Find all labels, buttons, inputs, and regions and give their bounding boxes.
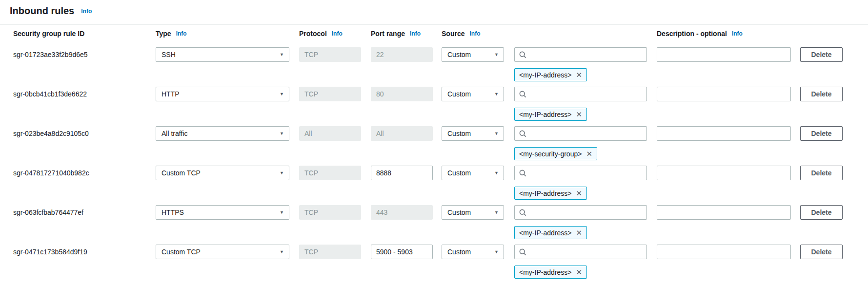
- type-select[interactable]: Custom TCP ▼: [156, 245, 289, 259]
- rule-row: sgr-01723ae33f2b9d6e5 SSH ▼ Custom ▼ Del…: [0, 47, 868, 82]
- chevron-down-icon: ▼: [280, 132, 284, 136]
- table-header-row: Security group rule ID Type Info Protoco…: [0, 30, 868, 39]
- description-input[interactable]: [657, 205, 791, 220]
- chevron-down-icon: ▼: [280, 53, 284, 57]
- source-search-box[interactable]: [514, 245, 647, 259]
- delete-rule-button[interactable]: Delete: [800, 245, 843, 259]
- source-type-select[interactable]: Custom ▼: [442, 245, 504, 259]
- description-info-link[interactable]: Info: [732, 30, 743, 37]
- rule-id-text: sgr-047817271040b982c: [13, 166, 89, 180]
- source-search-input[interactable]: [530, 248, 642, 256]
- source-token: <my-IP-address> ✕: [514, 266, 587, 279]
- column-header-description: Description - optional Info: [657, 30, 791, 38]
- protocol-input: [299, 126, 361, 141]
- type-select[interactable]: Custom TCP ▼: [156, 166, 289, 180]
- protocol-info-link[interactable]: Info: [332, 30, 343, 37]
- source-type-select[interactable]: Custom ▼: [442, 87, 504, 101]
- source-type-select[interactable]: Custom ▼: [442, 126, 504, 141]
- chevron-down-icon: ▼: [280, 92, 284, 96]
- source-search-input[interactable]: [530, 169, 642, 177]
- delete-rule-button[interactable]: Delete: [800, 126, 843, 141]
- source-select-value: Custom: [447, 169, 471, 177]
- source-token-label: <my-security-group>: [519, 150, 582, 158]
- search-icon: [519, 130, 526, 137]
- chevron-down-icon: ▼: [494, 132, 499, 136]
- chevron-down-icon: ▼: [494, 210, 499, 215]
- source-search-box[interactable]: [514, 87, 647, 101]
- type-select[interactable]: HTTP ▼: [156, 87, 289, 101]
- source-search-box[interactable]: [514, 205, 647, 220]
- source-token-label: <my-IP-address>: [519, 229, 571, 237]
- delete-rule-button[interactable]: Delete: [800, 205, 843, 220]
- type-select-value: HTTP: [161, 90, 180, 98]
- type-select[interactable]: SSH ▼: [156, 47, 289, 62]
- type-select-value: Custom TCP: [161, 248, 201, 256]
- remove-token-icon[interactable]: ✕: [576, 111, 582, 118]
- port-range-input: [371, 47, 433, 62]
- source-search-input[interactable]: [530, 209, 642, 216]
- protocol-input: [299, 87, 361, 101]
- column-label-type: Type: [156, 30, 171, 38]
- source-token: <my-IP-address> ✕: [514, 68, 587, 81]
- port-range-input: [371, 126, 433, 141]
- chevron-down-icon: ▼: [494, 92, 499, 96]
- source-select-value: Custom: [447, 130, 471, 137]
- protocol-input: [299, 166, 361, 180]
- page-title: Inbound rules: [10, 5, 74, 17]
- source-info-link[interactable]: Info: [469, 30, 480, 37]
- delete-rule-button[interactable]: Delete: [800, 87, 843, 101]
- description-input[interactable]: [657, 47, 791, 62]
- chevron-down-icon: ▼: [494, 250, 499, 254]
- delete-rule-button[interactable]: Delete: [800, 47, 843, 62]
- port-range-input[interactable]: [371, 166, 433, 180]
- source-search-box[interactable]: [514, 166, 647, 180]
- chevron-down-icon: ▼: [280, 210, 284, 215]
- port-range-info-link[interactable]: Info: [410, 30, 421, 37]
- source-token: <my-IP-address> ✕: [514, 108, 587, 121]
- protocol-input: [299, 205, 361, 220]
- column-header-port-range: Port range Info: [371, 30, 433, 38]
- type-select[interactable]: All traffic ▼: [156, 126, 289, 141]
- port-range-input: [371, 87, 433, 101]
- source-type-select[interactable]: Custom ▼: [442, 47, 504, 62]
- source-search-box[interactable]: [514, 126, 647, 141]
- source-select-value: Custom: [447, 90, 471, 98]
- rule-row: sgr-047817271040b982c Custom TCP ▼ Custo…: [0, 166, 868, 201]
- rule-row: sgr-023be4a8d2c9105c0 All traffic ▼ Cust…: [0, 126, 868, 161]
- column-label-port-range: Port range: [371, 30, 405, 38]
- source-select-value: Custom: [447, 248, 471, 256]
- title-info-link[interactable]: Info: [81, 8, 92, 15]
- chevron-down-icon: ▼: [280, 171, 284, 175]
- source-search-input[interactable]: [530, 51, 642, 58]
- protocol-input: [299, 245, 361, 259]
- source-type-select[interactable]: Custom ▼: [442, 166, 504, 180]
- rule-row: sgr-0471c173b584d9f19 Custom TCP ▼ Custo…: [0, 245, 868, 280]
- remove-token-icon[interactable]: ✕: [576, 190, 582, 197]
- source-search-input[interactable]: [530, 130, 642, 137]
- source-search-input[interactable]: [530, 90, 642, 98]
- search-icon: [519, 51, 526, 58]
- source-token-label: <my-IP-address>: [519, 268, 571, 276]
- remove-token-icon[interactable]: ✕: [586, 150, 592, 157]
- description-input[interactable]: [657, 87, 791, 101]
- chevron-down-icon: ▼: [494, 171, 499, 175]
- source-token: <my-security-group> ✕: [514, 147, 597, 160]
- description-input[interactable]: [657, 126, 791, 141]
- delete-rule-button[interactable]: Delete: [800, 166, 843, 180]
- search-icon: [519, 170, 526, 177]
- port-range-input[interactable]: [371, 245, 433, 259]
- source-search-box[interactable]: [514, 47, 647, 62]
- description-input[interactable]: [657, 166, 791, 180]
- source-token: <my-IP-address> ✕: [514, 226, 587, 239]
- remove-token-icon[interactable]: ✕: [576, 268, 582, 276]
- remove-token-icon[interactable]: ✕: [576, 229, 582, 236]
- column-label-protocol: Protocol: [299, 30, 327, 38]
- rule-row: sgr-0bcb41cb1f3de6622 HTTP ▼ Custom ▼ De…: [0, 87, 868, 122]
- type-select[interactable]: HTTPS ▼: [156, 205, 289, 220]
- remove-token-icon[interactable]: ✕: [576, 71, 582, 78]
- rule-row: sgr-063fcfbab764477ef HTTPS ▼ Custom ▼ D…: [0, 205, 868, 240]
- source-type-select[interactable]: Custom ▼: [442, 205, 504, 220]
- description-input[interactable]: [657, 245, 791, 259]
- column-header-source: Source Info: [442, 30, 504, 38]
- type-info-link[interactable]: Info: [176, 30, 187, 37]
